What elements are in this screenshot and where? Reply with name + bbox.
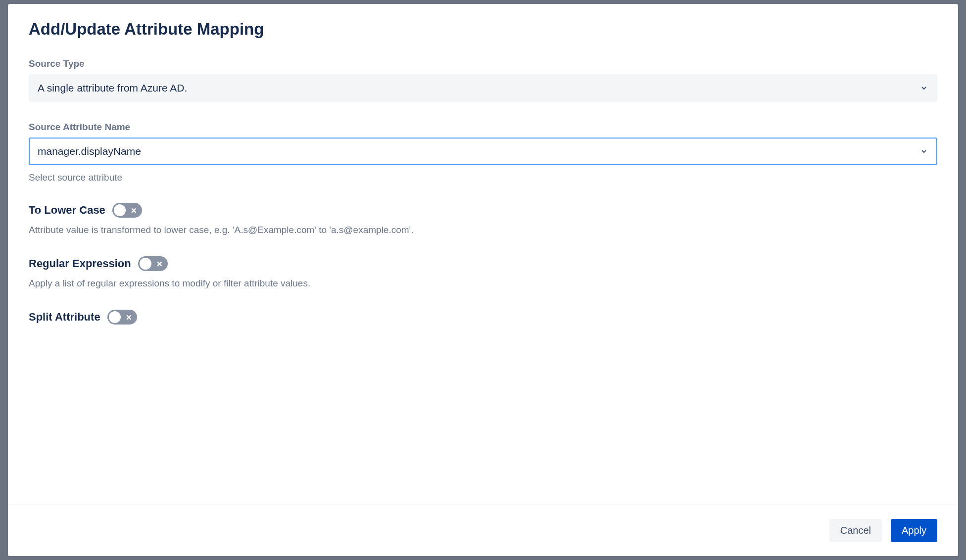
to-lower-case-toggle[interactable]: ✕ bbox=[112, 203, 142, 218]
close-icon: ✕ bbox=[131, 207, 137, 214]
attribute-mapping-modal: Add/Update Attribute Mapping Source Type… bbox=[8, 4, 958, 556]
split-attribute-toggle[interactable]: ✕ bbox=[107, 310, 137, 325]
regular-expression-section: Regular Expression ✕ Apply a list of reg… bbox=[29, 256, 937, 289]
source-attribute-name-label: Source Attribute Name bbox=[29, 122, 937, 133]
modal-header: Add/Update Attribute Mapping bbox=[8, 4, 958, 48]
regular-expression-toggle[interactable]: ✕ bbox=[138, 256, 168, 271]
source-attribute-name-helper: Select source attribute bbox=[29, 172, 937, 183]
source-type-value: A single attribute from Azure AD. bbox=[38, 82, 187, 94]
apply-button[interactable]: Apply bbox=[891, 519, 937, 542]
regular-expression-title: Regular Expression bbox=[29, 257, 131, 270]
toggle-knob bbox=[140, 258, 151, 270]
source-attribute-name-value: manager.displayName bbox=[38, 145, 141, 157]
to-lower-case-desc: Attribute value is transformed to lower … bbox=[29, 225, 937, 235]
chevron-down-icon bbox=[919, 84, 928, 93]
source-attribute-name-select[interactable]: manager.displayName bbox=[29, 138, 937, 165]
source-type-select[interactable]: A single attribute from Azure AD. bbox=[29, 74, 937, 102]
cancel-button[interactable]: Cancel bbox=[829, 519, 882, 542]
split-attribute-title: Split Attribute bbox=[29, 311, 100, 324]
toggle-knob bbox=[114, 204, 126, 216]
source-type-label: Source Type bbox=[29, 58, 937, 69]
split-attribute-section: Split Attribute ✕ bbox=[29, 310, 937, 325]
modal-title: Add/Update Attribute Mapping bbox=[29, 20, 937, 39]
close-icon: ✕ bbox=[156, 260, 163, 268]
modal-body[interactable]: Source Type A single attribute from Azur… bbox=[8, 48, 958, 505]
modal-footer: Cancel Apply bbox=[8, 505, 958, 556]
toggle-knob bbox=[109, 311, 121, 323]
regular-expression-desc: Apply a list of regular expressions to m… bbox=[29, 278, 937, 289]
source-attribute-name-field: Source Attribute Name manager.displayNam… bbox=[29, 122, 937, 183]
source-type-field: Source Type A single attribute from Azur… bbox=[29, 58, 937, 102]
to-lower-case-section: To Lower Case ✕ Attribute value is trans… bbox=[29, 203, 937, 235]
chevron-down-icon bbox=[919, 147, 928, 156]
to-lower-case-title: To Lower Case bbox=[29, 204, 105, 217]
close-icon: ✕ bbox=[126, 314, 132, 321]
